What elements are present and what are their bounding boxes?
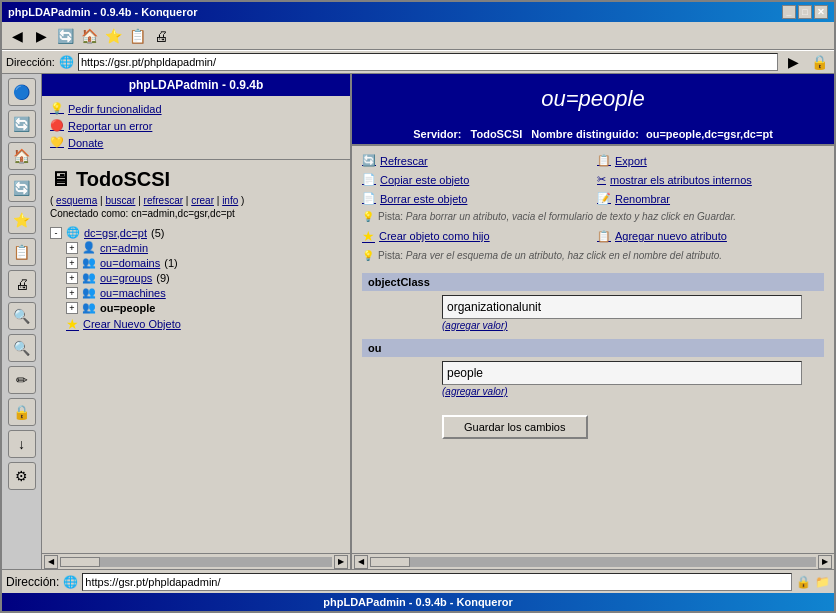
side-nav-button-13[interactable]: ⚙ bbox=[8, 462, 36, 490]
attr-objectclass-add-link[interactable]: (agregar valor) bbox=[442, 320, 824, 331]
side-nav-button-1[interactable]: 🔵 bbox=[8, 78, 36, 106]
history-button[interactable]: 📋 bbox=[126, 25, 148, 47]
home-button[interactable]: 🏠 bbox=[78, 25, 100, 47]
request-feature-icon: 💡 bbox=[50, 102, 64, 115]
maximize-button[interactable]: □ bbox=[798, 5, 812, 19]
add-attr-label: Agregar nuevo atributo bbox=[615, 230, 727, 242]
side-nav-button-6[interactable]: 📋 bbox=[8, 238, 36, 266]
ou-domains-expand[interactable]: + bbox=[66, 257, 78, 269]
bottom-dir-label: Dirección: bbox=[6, 575, 59, 589]
link-esquema[interactable]: esquema bbox=[56, 195, 97, 206]
action-create-child[interactable]: ★ Crear objeto como hijo bbox=[362, 226, 589, 246]
nav-request-feature[interactable]: 💡 Pedir funcionalidad bbox=[50, 100, 342, 117]
close-button[interactable]: ✕ bbox=[814, 5, 828, 19]
side-nav-button-2[interactable]: 🔄 bbox=[8, 110, 36, 138]
top-toolbar: ◀ ▶ 🔄 🏠 ⭐ 📋 🖨 bbox=[2, 22, 834, 50]
link-crear[interactable]: crear bbox=[191, 195, 214, 206]
left-hscroll: ◀ ▶ bbox=[42, 553, 350, 569]
left-scroll-left[interactable]: ◀ bbox=[44, 555, 58, 569]
ou-people-label: ou=people bbox=[100, 302, 155, 314]
action-rename[interactable]: 📝 Renombrar bbox=[597, 190, 824, 207]
side-nav-button-10[interactable]: ✏ bbox=[8, 366, 36, 394]
tree-root[interactable]: - 🌐 dc=gsr,dc=pt (5) bbox=[50, 225, 342, 240]
side-nav-button-11[interactable]: 🔒 bbox=[8, 398, 36, 426]
link-buscar[interactable]: buscar bbox=[105, 195, 135, 206]
nav-donate[interactable]: 💛 Donate bbox=[50, 134, 342, 151]
tree-item-ou-groups[interactable]: + 👥 ou=groups (9) bbox=[66, 270, 342, 285]
side-nav-button-3[interactable]: 🏠 bbox=[8, 142, 36, 170]
separator-1 bbox=[42, 159, 350, 160]
ou-people-expand[interactable]: + bbox=[66, 302, 78, 314]
bookmark-button[interactable]: ⭐ bbox=[102, 25, 124, 47]
attr-objectclass-link[interactable]: objectClass bbox=[368, 276, 430, 288]
side-nav-button-5[interactable]: ⭐ bbox=[8, 206, 36, 234]
ou-domains-label[interactable]: ou=domains bbox=[100, 257, 160, 269]
side-nav-button-7[interactable]: 🖨 bbox=[8, 270, 36, 298]
left-scroll-right[interactable]: ▶ bbox=[334, 555, 348, 569]
side-nav-button-4[interactable]: 🔄 bbox=[8, 174, 36, 202]
attr-ou-add-link[interactable]: (agregar valor) bbox=[442, 386, 824, 397]
hint-schema-text: Pista: Para ver el esquema de un atribut… bbox=[378, 250, 722, 261]
nav-report-error[interactable]: 🔴 Reportar un error bbox=[50, 117, 342, 134]
create-new-object[interactable]: ★ Crear Nuevo Objeto bbox=[66, 315, 342, 333]
subtitle-server: TodoSCSI bbox=[471, 128, 523, 140]
ou-groups-label[interactable]: ou=groups bbox=[100, 272, 152, 284]
cn-admin-expand[interactable]: + bbox=[66, 242, 78, 254]
hint-schema-icon: 💡 bbox=[362, 250, 374, 261]
root-label[interactable]: dc=gsr,dc=pt bbox=[84, 227, 147, 239]
reload-button[interactable]: 🔄 bbox=[54, 25, 76, 47]
main-window: phpLDAPadmin - 0.9.4b - Konqueror _ □ ✕ … bbox=[0, 0, 836, 613]
rename-icon: 📝 bbox=[597, 192, 611, 205]
new-object-star-icon: ★ bbox=[66, 316, 79, 332]
right-header: ou=people bbox=[352, 74, 834, 124]
side-nav-button-9[interactable]: 🔍 bbox=[8, 334, 36, 362]
address-input[interactable] bbox=[78, 53, 778, 71]
left-scroll-thumb[interactable] bbox=[60, 557, 100, 567]
action-add-attr[interactable]: 📋 Agregar nuevo atributo bbox=[597, 226, 824, 246]
link-refrescar[interactable]: refrescar bbox=[144, 195, 183, 206]
side-nav-button-12[interactable]: ↓ bbox=[8, 430, 36, 458]
save-button[interactable]: Guardar los cambios bbox=[442, 415, 588, 439]
tree-item-ou-machines[interactable]: + 👥 ou=machines bbox=[66, 285, 342, 300]
print-button[interactable]: 🖨 bbox=[150, 25, 172, 47]
action-copy[interactable]: 📄 Copiar este objeto bbox=[362, 171, 589, 188]
root-count: (5) bbox=[151, 227, 164, 239]
right-scroll-thumb[interactable] bbox=[370, 557, 410, 567]
ou-machines-expand[interactable]: + bbox=[66, 287, 78, 299]
right-scroll-left[interactable]: ◀ bbox=[354, 555, 368, 569]
attr-ou-link[interactable]: ou bbox=[368, 342, 381, 354]
tree-item-cn-admin[interactable]: + 👤 cn=admin bbox=[66, 240, 342, 255]
ou-groups-expand[interactable]: + bbox=[66, 272, 78, 284]
show-internal-icon: ✂ bbox=[597, 173, 606, 186]
tree-item-ou-people[interactable]: + 👥 ou=people bbox=[66, 300, 342, 315]
attr-objectclass-value-row: (agregar valor) bbox=[442, 295, 824, 331]
root-expand-btn[interactable]: - bbox=[50, 227, 62, 239]
request-feature-label: Pedir funcionalidad bbox=[68, 103, 162, 115]
cn-admin-icon: 👤 bbox=[82, 241, 96, 254]
create-child-label: Crear objeto como hijo bbox=[379, 230, 490, 242]
cn-admin-label[interactable]: cn=admin bbox=[100, 242, 148, 254]
action-export[interactable]: 📋 Export bbox=[597, 152, 824, 169]
ou-machines-label[interactable]: ou=machines bbox=[100, 287, 166, 299]
forward-button[interactable]: ▶ bbox=[30, 25, 52, 47]
tree-area: - 🌐 dc=gsr,dc=pt (5) + 👤 cn=admin + 👥 ou… bbox=[42, 223, 350, 553]
link-info[interactable]: info bbox=[222, 195, 238, 206]
bottom-address-input[interactable] bbox=[82, 573, 792, 591]
right-scroll-right[interactable]: ▶ bbox=[818, 555, 832, 569]
ou-groups-icon: 👥 bbox=[82, 271, 96, 284]
side-nav-button-8[interactable]: 🔍 bbox=[8, 302, 36, 330]
hint-schema: 💡 Pista: Para ver el esquema de un atrib… bbox=[362, 248, 824, 263]
action-show-internal[interactable]: ✂ mostrar els atributos internos bbox=[597, 171, 824, 188]
tree-item-ou-domains[interactable]: + 👥 ou=domains (1) bbox=[66, 255, 342, 270]
back-button[interactable]: ◀ bbox=[6, 25, 28, 47]
attr-ou-input[interactable] bbox=[442, 361, 802, 385]
right-hscroll: ◀ ▶ bbox=[352, 553, 834, 569]
left-scroll-track bbox=[60, 557, 332, 567]
action-refrescar[interactable]: 🔄 Refrescar bbox=[362, 152, 589, 169]
bottom-address-bar: Dirección: 🌐 🔒 📁 bbox=[2, 569, 834, 593]
minimize-button[interactable]: _ bbox=[782, 5, 796, 19]
attr-objectclass-input[interactable] bbox=[442, 295, 802, 319]
action-delete[interactable]: 📄 Borrar este objeto bbox=[362, 190, 589, 207]
rename-label: Renombrar bbox=[615, 193, 670, 205]
go-button[interactable]: ▶ bbox=[782, 51, 804, 73]
